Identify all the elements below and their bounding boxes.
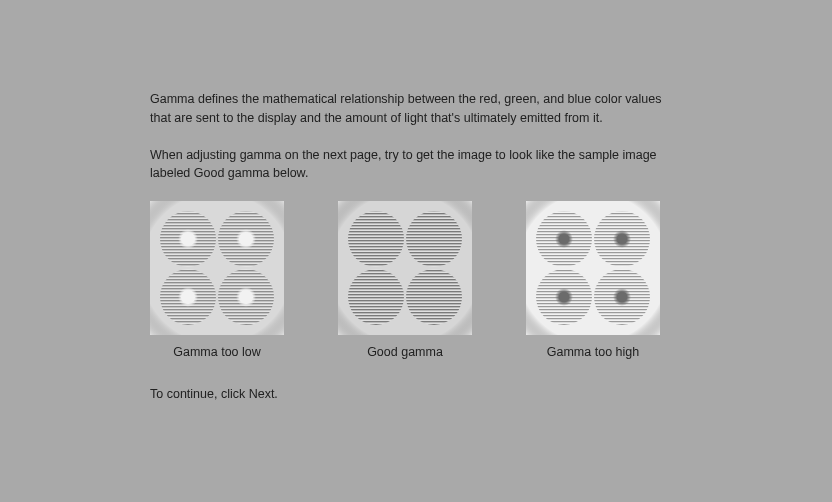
caption-gamma-good: Good gamma xyxy=(367,345,443,359)
sample-gamma-high: Gamma too high xyxy=(526,201,660,359)
thumb-gamma-high xyxy=(526,201,660,335)
sample-gamma-low: Gamma too low xyxy=(150,201,284,359)
svg-rect-19 xyxy=(338,201,472,335)
gamma-samples-row: Gamma too low xyxy=(150,201,660,359)
caption-gamma-low: Gamma too low xyxy=(173,345,261,359)
wizard-content: Gamma defines the mathematical relations… xyxy=(0,0,832,401)
instruction-paragraph: When adjusting gamma on the next page, t… xyxy=(150,146,682,184)
svg-rect-31 xyxy=(526,201,660,335)
caption-gamma-high: Gamma too high xyxy=(547,345,639,359)
intro-paragraph: Gamma defines the mathematical relations… xyxy=(150,90,682,128)
continue-instruction: To continue, click Next. xyxy=(150,387,682,401)
thumb-gamma-low xyxy=(150,201,284,335)
thumb-gamma-good xyxy=(338,201,472,335)
sample-gamma-good: Good gamma xyxy=(338,201,472,359)
svg-rect-11 xyxy=(150,201,284,335)
